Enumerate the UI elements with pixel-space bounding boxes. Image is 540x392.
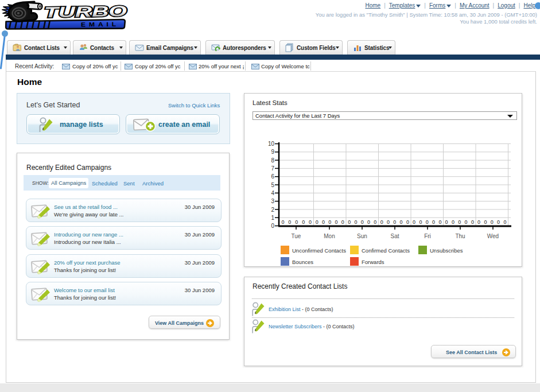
svg-text:0: 0	[367, 219, 370, 225]
svg-text:Forwards: Forwards	[362, 259, 384, 265]
svg-text:0: 0	[484, 219, 487, 225]
svg-text:0: 0	[361, 219, 364, 225]
svg-text:8: 8	[271, 157, 274, 164]
svg-text:Bounces: Bounces	[292, 259, 313, 265]
svg-text:6: 6	[271, 173, 274, 180]
svg-text:0: 0	[503, 219, 506, 225]
svg-text:Fri: Fri	[424, 233, 431, 239]
svg-text:TURBO: TURBO	[44, 2, 127, 21]
svg-text:EMAIL: EMAIL	[81, 21, 119, 28]
svg-text:Wed: Wed	[487, 233, 499, 239]
svg-text:0: 0	[322, 219, 325, 225]
svg-text:0: 0	[477, 219, 480, 225]
svg-text:Confirmed Contacts: Confirmed Contacts	[362, 247, 410, 254]
svg-text:Sun: Sun	[357, 233, 367, 239]
svg-text:0: 0	[419, 219, 422, 225]
svg-text:0: 0	[406, 219, 409, 225]
svg-text:9: 9	[271, 149, 274, 155]
svg-text:0: 0	[271, 223, 274, 229]
svg-text:Unsubscribes: Unsubscribes	[430, 247, 463, 254]
svg-text:0: 0	[426, 219, 429, 225]
svg-text:0: 0	[445, 219, 448, 225]
svg-text:3: 3	[271, 198, 274, 204]
svg-text:0: 0	[497, 219, 500, 225]
svg-text:10: 10	[268, 141, 275, 147]
svg-text:1: 1	[271, 215, 274, 221]
svg-text:0: 0	[413, 219, 415, 225]
svg-text:0: 0	[309, 219, 312, 225]
svg-text:0: 0	[302, 219, 305, 225]
svg-text:0: 0	[387, 219, 390, 225]
svg-text:0: 0	[348, 219, 351, 225]
svg-text:0: 0	[380, 219, 383, 225]
svg-text:Thu: Thu	[455, 233, 465, 239]
svg-text:0: 0	[465, 219, 468, 225]
svg-text:0: 0	[432, 219, 435, 225]
svg-text:0: 0	[295, 219, 298, 225]
svg-text:Sat: Sat	[390, 233, 399, 239]
svg-text:0: 0	[335, 219, 338, 225]
svg-text:Tue: Tue	[292, 233, 301, 239]
svg-text:4: 4	[271, 190, 274, 196]
svg-text:0: 0	[341, 219, 344, 225]
svg-text:0: 0	[328, 219, 331, 225]
svg-text:0: 0	[438, 219, 441, 225]
svg-text:7: 7	[271, 165, 274, 172]
svg-text:0: 0	[316, 219, 318, 225]
svg-text:0: 0	[471, 219, 474, 225]
svg-text:0: 0	[452, 219, 454, 225]
svg-text:Mon: Mon	[324, 233, 335, 239]
svg-text:2: 2	[271, 207, 274, 213]
svg-text:0: 0	[281, 219, 284, 225]
svg-text:0: 0	[491, 219, 494, 225]
svg-text:0: 0	[288, 219, 291, 225]
svg-text:5: 5	[271, 182, 274, 188]
svg-text:0: 0	[393, 219, 396, 225]
svg-text:Unconfirmed Contacts: Unconfirmed Contacts	[292, 247, 346, 254]
svg-text:0: 0	[354, 219, 357, 225]
svg-text:0: 0	[458, 219, 461, 225]
svg-text:0: 0	[374, 219, 376, 225]
svg-text:0: 0	[400, 219, 403, 225]
